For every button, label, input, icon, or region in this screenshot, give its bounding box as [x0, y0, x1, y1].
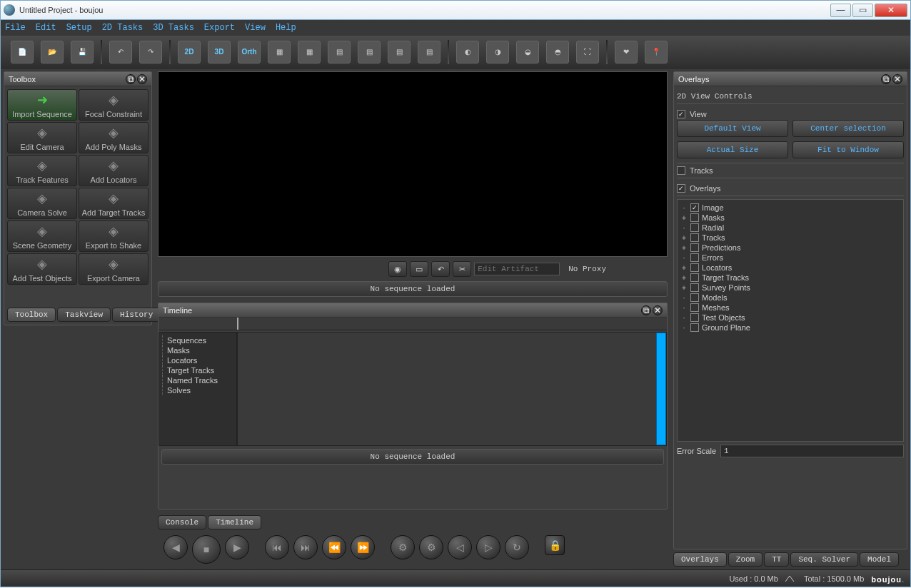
skip-back-button[interactable]: ⏪	[322, 535, 346, 559]
timeline-tracks-area[interactable]	[237, 332, 667, 446]
tree-expander-icon[interactable]: ·	[680, 203, 688, 212]
overlay-tree-image[interactable]: ·Image	[680, 203, 900, 213]
tree-expander-icon[interactable]: +	[680, 213, 688, 222]
toolbox-tab-taskview[interactable]: Taskview	[57, 308, 111, 322]
overlay-tab-seq-solver[interactable]: Seq. Solver	[790, 552, 858, 567]
window-maximize-button[interactable]: ▭	[852, 4, 873, 17]
toolbox-dock-icon[interactable]: ⧉	[126, 74, 136, 84]
tree-checkbox[interactable]	[690, 293, 699, 302]
overlay-tree-survey-points[interactable]: +Survey Points	[680, 283, 900, 293]
skip-fwd-button[interactable]: ⏩	[351, 535, 375, 559]
toolbox-item-add-poly-masks[interactable]: ◈Add Poly Masks	[79, 122, 149, 153]
toolbar-track4-icon[interactable]: ◓	[546, 41, 569, 64]
overlay-tree-errors[interactable]: ·Errors	[680, 253, 900, 263]
tree-checkbox[interactable]	[690, 323, 699, 332]
toolbox-item-add-target-tracks[interactable]: ◈Add Target Tracks	[79, 188, 149, 219]
toolbox-item-import-sequence[interactable]: ➜Import Sequence	[7, 89, 77, 121]
tree-expander-icon[interactable]: +	[680, 243, 688, 252]
timeline-item-locators[interactable]: Locators	[162, 355, 233, 365]
tree-checkbox[interactable]	[690, 283, 699, 292]
overlay-tab-overlays[interactable]: Overlays	[673, 552, 727, 567]
overlay-tree-masks[interactable]: +Masks	[680, 213, 900, 223]
overlay-tree-models[interactable]: ·Models	[680, 293, 900, 303]
toolbar-frame-icon[interactable]: ⛶	[576, 41, 599, 64]
timeline-item-target-tracks[interactable]: Target Tracks	[162, 365, 233, 375]
toolbox-tab-toolbox[interactable]: Toolbox	[7, 308, 56, 322]
tree-checkbox[interactable]	[690, 223, 699, 232]
settings1-button[interactable]: ⚙	[391, 535, 415, 559]
tree-expander-icon[interactable]: +	[680, 263, 688, 272]
timeline-item-solves[interactable]: Solves	[162, 385, 233, 395]
menu-setup[interactable]: Setup	[66, 23, 92, 33]
window-close-button[interactable]: ✕	[875, 4, 907, 17]
lock-button[interactable]: 🔒	[545, 535, 565, 555]
toolbar-save-icon[interactable]: 💾	[71, 41, 94, 64]
timeline-ruler[interactable]	[158, 318, 667, 330]
toolbar-thumb1-icon[interactable]: ▤	[328, 41, 351, 64]
toolbar-thumb4-icon[interactable]: ▤	[418, 41, 441, 64]
overlay-button-fit-to-window[interactable]: Fit to Window	[792, 141, 904, 158]
play-rewind-button[interactable]: ◀	[163, 535, 188, 559]
menu-file[interactable]: File	[5, 23, 26, 33]
error-scale-input[interactable]	[720, 445, 904, 457]
overlay-tab-zoom[interactable]: Zoom	[728, 552, 762, 567]
tree-checkbox[interactable]	[690, 253, 699, 262]
menu-2d-tasks[interactable]: 2D Tasks	[102, 23, 144, 33]
tree-expander-icon[interactable]: ·	[680, 303, 688, 312]
toolbox-item-scene-geometry[interactable]: ◈Scene Geometry	[7, 220, 77, 252]
toolbox-item-camera-solve[interactable]: ◈Camera Solve	[7, 188, 77, 219]
overlay-tree-meshes[interactable]: ·Meshes	[680, 303, 900, 313]
viewport-eye-icon[interactable]: ◉	[388, 261, 407, 277]
toolbar-track2-icon[interactable]: ◑	[486, 41, 509, 64]
play-forward-button[interactable]: ▶	[225, 535, 249, 559]
toolbar-view-2d[interactable]: 2D	[178, 41, 201, 64]
overlay-tree-target-tracks[interactable]: +Target Tracks	[680, 273, 900, 283]
step-fwd-button[interactable]: ⏭	[293, 535, 318, 559]
toolbox-item-edit-camera[interactable]: ◈Edit Camera	[7, 122, 77, 153]
overlay-tab-model[interactable]: Model	[860, 552, 899, 567]
menu-help[interactable]: Help	[276, 23, 296, 33]
viewport-rect-icon[interactable]: ▭	[410, 261, 428, 277]
tree-checkbox[interactable]	[690, 213, 699, 222]
toolbar-thumb2-icon[interactable]: ▤	[358, 41, 381, 64]
tree-expander-icon[interactable]: +	[680, 273, 688, 282]
toolbar-gear-icon[interactable]: ❤	[615, 41, 638, 64]
view-checkbox[interactable]	[677, 110, 685, 118]
menu-view[interactable]: View	[245, 23, 266, 33]
tree-expander-icon[interactable]: ·	[680, 223, 688, 232]
toolbar-grid2-icon[interactable]: ▦	[298, 41, 321, 64]
timeline-tab-timeline[interactable]: Timeline	[208, 515, 261, 529]
toolbox-item-add-test-objects[interactable]: ◈Add Test Objects	[7, 253, 77, 285]
menu-export[interactable]: Export	[204, 23, 235, 33]
loop-button[interactable]: ↻	[505, 535, 529, 559]
overlay-tree-test-objects[interactable]: ·Test Objects	[680, 313, 900, 323]
menu-3d-tasks[interactable]: 3D Tasks	[153, 23, 194, 33]
toolbar-new-icon[interactable]: 📄	[11, 41, 34, 64]
toolbar-undo-icon[interactable]: ↶	[109, 41, 132, 64]
tree-checkbox[interactable]	[690, 313, 699, 322]
toolbar-view-3d[interactable]: 3D	[208, 41, 231, 64]
tree-checkbox[interactable]	[690, 243, 699, 252]
overlay-button-center-selection[interactable]: Center selection	[792, 120, 904, 137]
overlay-tree-radial[interactable]: ·Radial	[680, 223, 900, 233]
toolbox-item-focal-constraint[interactable]: ◈Focal Constraint	[79, 89, 149, 121]
menu-edit[interactable]: Edit	[36, 23, 56, 33]
timeline-scrollbar[interactable]	[656, 333, 666, 445]
play-stop-button[interactable]: ■	[192, 535, 221, 564]
toolbar-pin-icon[interactable]: 📍	[645, 41, 668, 64]
toolbox-close-icon[interactable]: ✕	[137, 74, 147, 84]
overlay-tree-locators[interactable]: +Locators	[680, 263, 900, 273]
toolbox-item-add-locators[interactable]: ◈Add Locators	[79, 155, 149, 186]
tree-expander-icon[interactable]: +	[680, 233, 688, 242]
overlays-checkbox[interactable]	[677, 184, 685, 193]
overlay-tab-tt[interactable]: TT	[764, 552, 789, 567]
timeline-dock-icon[interactable]: ⧉	[641, 305, 651, 315]
tree-checkbox[interactable]	[690, 233, 699, 242]
overlay-tree-tracks[interactable]: +Tracks	[680, 233, 900, 243]
timeline-tab-console[interactable]: Console	[158, 515, 206, 529]
timeline-close-icon[interactable]: ✕	[653, 305, 663, 315]
viewport-2d[interactable]	[158, 71, 668, 257]
overlays-close-icon[interactable]: ✕	[892, 74, 902, 84]
toolbar-track3-icon[interactable]: ◒	[516, 41, 539, 64]
toolbar-open-icon[interactable]: 📂	[41, 41, 64, 64]
